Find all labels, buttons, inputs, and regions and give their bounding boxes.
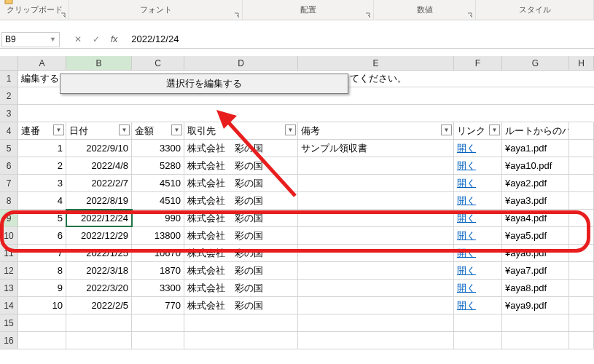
- open-link[interactable]: 開く: [457, 247, 476, 260]
- cell-empty[interactable]: [569, 140, 594, 157]
- cell-note[interactable]: [298, 210, 454, 226]
- filter-dropdown-icon[interactable]: ▼: [119, 124, 130, 135]
- edit-selected-row-button[interactable]: 選択行を編集する: [60, 74, 348, 94]
- row-header[interactable]: 16: [0, 332, 18, 349]
- cell-amount[interactable]: 4510: [132, 192, 184, 209]
- filter-dropdown-icon[interactable]: ▼: [441, 124, 452, 135]
- cell-path[interactable]: ¥aya6.pdf: [502, 245, 569, 261]
- cell-path[interactable]: ¥aya2.pdf: [502, 175, 569, 191]
- cell-vendor[interactable]: 株式会社 彩の国: [184, 140, 298, 157]
- row-header[interactable]: 12: [0, 262, 18, 279]
- cell-path[interactable]: ¥aya5.pdf: [502, 227, 569, 244]
- cell-date[interactable]: 2022/1/25: [66, 245, 132, 261]
- cell-path[interactable]: ¥aya1.pdf: [502, 140, 569, 157]
- col-header-G[interactable]: G: [502, 56, 569, 70]
- dialog-launcher-icon[interactable]: [466, 12, 474, 19]
- open-link[interactable]: 開く: [457, 194, 476, 207]
- header-cell[interactable]: 日付▼: [66, 122, 132, 139]
- header-cell[interactable]: ルートからのパス: [502, 122, 569, 139]
- filter-dropdown-icon[interactable]: ▼: [171, 124, 182, 135]
- cell-amount[interactable]: 1870: [132, 262, 184, 279]
- row-header[interactable]: 3: [0, 105, 18, 122]
- row-header[interactable]: 13: [0, 280, 18, 296]
- cell-link[interactable]: 開く: [454, 210, 502, 226]
- col-header-H[interactable]: H: [569, 56, 594, 70]
- cell-link[interactable]: 開く: [454, 140, 502, 157]
- cell-date[interactable]: 2022/2/5: [66, 297, 132, 314]
- cell-link[interactable]: 開く: [454, 175, 502, 191]
- select-all-corner[interactable]: [0, 56, 18, 70]
- row-header[interactable]: 7: [0, 175, 18, 191]
- cell-empty[interactable]: [569, 245, 594, 261]
- row-header[interactable]: 9: [0, 210, 18, 226]
- cell-link[interactable]: 開く: [454, 227, 502, 244]
- dialog-launcher-icon[interactable]: [364, 12, 372, 19]
- cell-empty[interactable]: [569, 280, 594, 296]
- open-link[interactable]: 開く: [457, 212, 476, 225]
- filter-dropdown-icon[interactable]: ▼: [53, 124, 64, 135]
- dialog-launcher-icon[interactable]: [60, 12, 67, 19]
- cell-note[interactable]: サンプル領収書: [298, 140, 454, 157]
- row-header[interactable]: 14: [0, 297, 18, 314]
- cancel-icon[interactable]: ✕: [74, 34, 82, 44]
- cell-date[interactable]: 2022/3/20: [66, 280, 132, 296]
- cell-empty[interactable]: [569, 227, 594, 244]
- dialog-launcher-icon[interactable]: [233, 12, 241, 19]
- cell-seq[interactable]: 7: [18, 245, 66, 261]
- header-cell[interactable]: 金額▼: [132, 122, 184, 139]
- row-header[interactable]: 1: [0, 71, 18, 87]
- row-header[interactable]: 5: [0, 140, 18, 157]
- cell-amount[interactable]: 10670: [132, 245, 184, 261]
- cell-amount[interactable]: 3300: [132, 280, 184, 296]
- col-header-C[interactable]: C: [132, 56, 184, 70]
- cell-date[interactable]: 2022/12/24: [66, 210, 132, 226]
- open-link[interactable]: 開く: [457, 264, 476, 277]
- cell-vendor[interactable]: 株式会社 彩の国: [184, 297, 298, 314]
- cell-seq[interactable]: 8: [18, 262, 66, 279]
- header-cell[interactable]: 取引先▼: [184, 122, 298, 139]
- cell-date[interactable]: 2022/9/10: [66, 140, 132, 157]
- cell-link[interactable]: 開く: [454, 262, 502, 279]
- header-cell[interactable]: リンク▼: [454, 122, 502, 139]
- cell-note[interactable]: [298, 157, 454, 174]
- filter-dropdown-icon[interactable]: ▼: [489, 124, 500, 135]
- col-header-F[interactable]: F: [454, 56, 502, 70]
- cell-date[interactable]: 2022/3/18: [66, 262, 132, 279]
- cell-date[interactable]: 2022/12/29: [66, 227, 132, 244]
- cell-path[interactable]: ¥aya4.pdf: [502, 210, 569, 226]
- row-header[interactable]: 15: [0, 314, 18, 331]
- open-link[interactable]: 開く: [457, 159, 476, 173]
- cell-seq[interactable]: 6: [18, 227, 66, 244]
- fx-icon[interactable]: fx: [111, 34, 117, 44]
- cell-seq[interactable]: 3: [18, 175, 66, 191]
- cell-date[interactable]: 2022/8/19: [66, 192, 132, 209]
- cell-empty[interactable]: [569, 262, 594, 279]
- cell-link[interactable]: 開く: [454, 280, 502, 296]
- col-header-D[interactable]: D: [184, 56, 298, 70]
- row-header[interactable]: 11: [0, 245, 18, 261]
- open-link[interactable]: 開く: [457, 142, 476, 155]
- cell-seq[interactable]: 5: [18, 210, 66, 226]
- cell-vendor[interactable]: 株式会社 彩の国: [184, 280, 298, 296]
- cell-vendor[interactable]: 株式会社 彩の国: [184, 192, 298, 209]
- row-header[interactable]: 4: [0, 122, 18, 139]
- cell-vendor[interactable]: 株式会社 彩の国: [184, 175, 298, 191]
- cell-seq[interactable]: 9: [18, 280, 66, 296]
- enter-icon[interactable]: ✓: [93, 34, 100, 44]
- cell-path[interactable]: ¥aya3.pdf: [502, 192, 569, 209]
- cell-link[interactable]: 開く: [454, 297, 502, 314]
- cell-seq[interactable]: 10: [18, 297, 66, 314]
- col-header-B[interactable]: B: [66, 56, 132, 70]
- cell-amount[interactable]: 5280: [132, 157, 184, 174]
- cell-note[interactable]: [298, 297, 454, 314]
- formula-bar[interactable]: 2022/12/24: [128, 32, 594, 47]
- cell-empty[interactable]: [569, 210, 594, 226]
- open-link[interactable]: 開く: [457, 282, 476, 295]
- cell-amount[interactable]: 3300: [132, 140, 184, 157]
- cell-vendor[interactable]: 株式会社 彩の国: [184, 210, 298, 226]
- cell-empty[interactable]: [569, 157, 594, 174]
- header-cell[interactable]: 連番▼: [18, 122, 66, 139]
- cell-seq[interactable]: 2: [18, 157, 66, 174]
- cell-seq[interactable]: 4: [18, 192, 66, 209]
- cell-link[interactable]: 開く: [454, 157, 502, 174]
